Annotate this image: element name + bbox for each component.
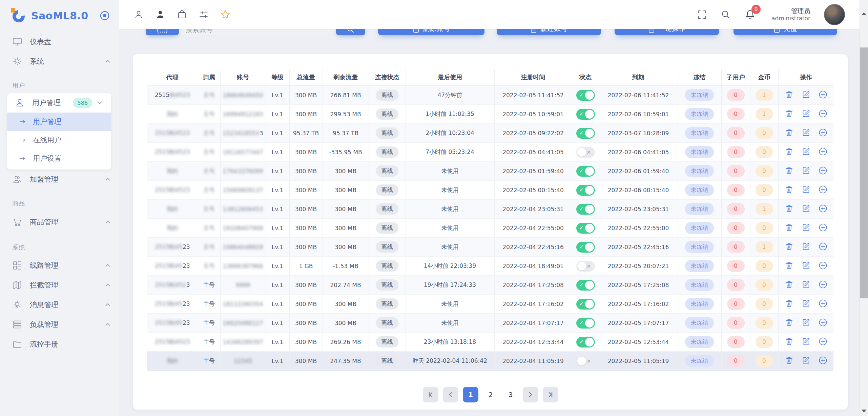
add-row-button[interactable]: [819, 261, 827, 270]
delete-row-button[interactable]: [785, 128, 793, 137]
pagination-page-1[interactable]: 1: [463, 387, 478, 402]
delete-row-button[interactable]: [785, 280, 793, 289]
sidebar-subitem-user-management[interactable]: → 用户管理: [7, 113, 111, 131]
edit-row-button[interactable]: [802, 166, 810, 175]
sliders-icon[interactable]: [199, 9, 209, 20]
sidebar-subitem-user-settings[interactable]: → 用户设置: [7, 149, 111, 167]
edit-row-button[interactable]: [802, 128, 810, 137]
sidebar-item-dashboard[interactable]: 仪表盘: [0, 32, 119, 52]
delete-row-button[interactable]: [785, 109, 793, 118]
sidebar-item-load-management[interactable]: 负载管理: [0, 315, 119, 334]
status-toggle[interactable]: ×: [576, 147, 595, 158]
scrollbar-thumb[interactable]: [860, 47, 868, 298]
sidebar-subitem-online-users[interactable]: → 在线用户: [7, 131, 111, 149]
user-info[interactable]: 管理员 administrator: [771, 7, 810, 22]
edit-row-button[interactable]: [802, 90, 810, 99]
add-row-button[interactable]: [819, 204, 827, 213]
star-icon[interactable]: [220, 9, 230, 20]
status-toggle[interactable]: ×: [576, 261, 595, 272]
delete-row-button[interactable]: [785, 204, 793, 213]
delete-row-button[interactable]: [785, 299, 793, 308]
edit-row-button[interactable]: [802, 261, 810, 270]
status-toggle[interactable]: ✓: [576, 242, 595, 253]
add-row-button[interactable]: [819, 242, 827, 251]
delete-row-button[interactable]: [785, 223, 793, 232]
avatar[interactable]: [824, 4, 845, 25]
person-filled-icon[interactable]: [155, 9, 165, 20]
delete-row-button[interactable]: [785, 185, 793, 194]
edit-row-button[interactable]: [802, 223, 810, 232]
pagination-prev-button[interactable]: [443, 387, 458, 402]
delete-row-button[interactable]: [785, 337, 793, 346]
sidebar-item-intercept-management[interactable]: 拦截管理: [0, 275, 119, 295]
delete-row-button[interactable]: [785, 356, 793, 365]
delete-row-button[interactable]: [785, 242, 793, 251]
status-toggle[interactable]: ✓: [576, 166, 595, 177]
table-row: 我的主号16994912183Lv.1300 MB299.53 MB离线1小时前…: [147, 105, 833, 124]
add-row-button[interactable]: [819, 185, 827, 194]
add-row-button[interactable]: [819, 166, 827, 175]
delete-row-button[interactable]: [785, 318, 793, 327]
add-row-button[interactable]: [819, 109, 827, 118]
status-toggle[interactable]: ✓: [576, 299, 595, 310]
status-toggle[interactable]: ✓: [576, 337, 595, 348]
pagination-first-button[interactable]: [423, 387, 438, 402]
edit-row-button[interactable]: [802, 147, 810, 156]
edit-row-button[interactable]: [802, 109, 810, 118]
sidebar-item-user-management[interactable]: 用户管理 586: [7, 93, 111, 113]
cell-owner: 主号: [198, 200, 220, 219]
sidebar-item-line-management[interactable]: 线路管理: [0, 256, 119, 275]
edit-row-button[interactable]: [802, 337, 810, 346]
add-row-button[interactable]: [819, 147, 827, 156]
add-row-button[interactable]: [819, 318, 827, 327]
sidebar-item-flow-manual[interactable]: 流控手册: [0, 334, 119, 354]
edit-row-button[interactable]: [802, 204, 810, 213]
add-row-button[interactable]: [819, 337, 827, 346]
status-toggle[interactable]: ✓: [576, 318, 595, 329]
notifications[interactable]: 0: [744, 9, 756, 20]
edit-row-button[interactable]: [802, 280, 810, 289]
add-row-button[interactable]: [819, 223, 827, 232]
scrollbar-up-arrow[interactable]: [862, 12, 866, 15]
person-outline-icon[interactable]: [133, 9, 144, 20]
sidebar-item-product-management[interactable]: 商品管理: [0, 212, 119, 232]
delete-row-button[interactable]: [785, 90, 793, 99]
edit-row-button[interactable]: [802, 318, 810, 327]
status-toggle[interactable]: ✓: [576, 204, 595, 215]
edit-row-button[interactable]: [802, 356, 810, 365]
status-toggle[interactable]: ✓: [576, 90, 595, 101]
delete-row-button[interactable]: [785, 261, 793, 270]
add-row-button[interactable]: [819, 90, 827, 99]
add-row-button[interactable]: [819, 280, 827, 289]
edit-row-button[interactable]: [802, 299, 810, 308]
pagination-next-button[interactable]: [523, 387, 538, 402]
status-toggle[interactable]: ×: [576, 356, 595, 367]
add-row-button[interactable]: [819, 299, 827, 308]
sidebar-item-system[interactable]: 系统: [0, 52, 119, 71]
cell-conn-status: 离线: [369, 352, 406, 371]
shopping-bag-icon[interactable]: [177, 9, 187, 20]
delete-row-button[interactable]: [785, 147, 793, 156]
sidebar-item-label: 用户管理: [32, 98, 73, 107]
search-icon[interactable]: [721, 9, 731, 20]
status-toggle[interactable]: ✓: [576, 185, 595, 196]
delete-row-button[interactable]: [785, 166, 793, 175]
edit-row-button[interactable]: [802, 185, 810, 194]
pagination-page-3[interactable]: 3: [503, 387, 518, 402]
table-row: 我的主号17643376099Lv.1300 MB300 MB离线未使用2022…: [147, 162, 833, 181]
pagination-page-2[interactable]: 2: [483, 387, 498, 402]
pagination-last-button[interactable]: [543, 387, 558, 402]
sidebar-collapse-icon[interactable]: [100, 11, 110, 21]
sidebar-item-message-management[interactable]: 消息管理: [0, 295, 119, 315]
edit-row-button[interactable]: [802, 242, 810, 251]
status-toggle[interactable]: ✓: [576, 128, 595, 139]
status-toggle[interactable]: ✓: [576, 109, 595, 120]
add-row-button[interactable]: [819, 356, 827, 365]
sidebar-item-franchise-management[interactable]: 加盟管理: [0, 170, 119, 189]
vertical-scrollbar[interactable]: [860, 0, 868, 416]
add-row-button[interactable]: [819, 128, 827, 137]
fullscreen-icon[interactable]: [697, 9, 707, 20]
scrollbar-down-arrow[interactable]: [862, 410, 866, 413]
status-toggle[interactable]: ✓: [576, 280, 595, 291]
status-toggle[interactable]: ✓: [576, 223, 595, 234]
